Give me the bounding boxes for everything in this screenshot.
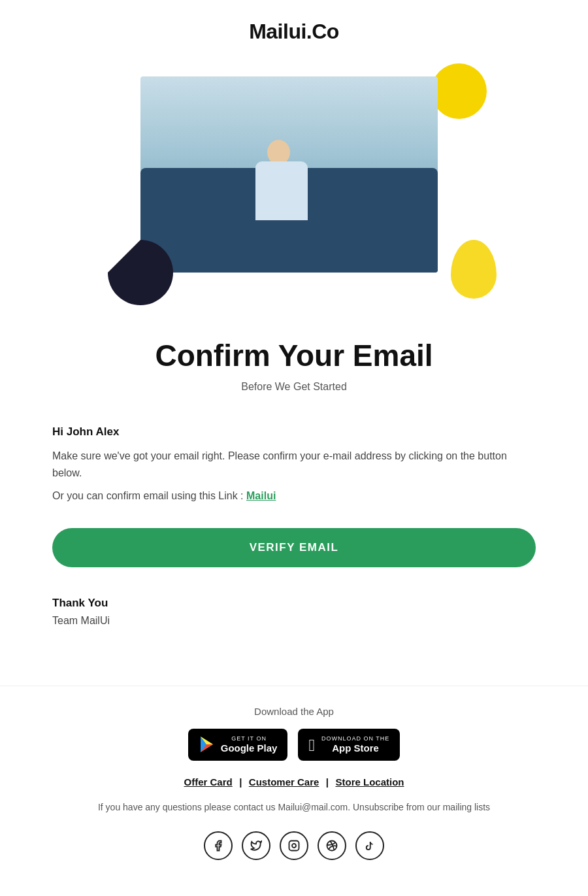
offer-card-link[interactable]: Offer Card <box>184 776 233 788</box>
content-area: Confirm Your Email Before We Get Started… <box>0 338 588 686</box>
google-play-icon <box>199 736 214 754</box>
hero-photo <box>140 76 438 273</box>
thank-you-label: Thank You <box>52 597 536 610</box>
separator-2: | <box>326 776 329 788</box>
deco-dark-bottom <box>108 240 173 305</box>
photo-person <box>242 129 321 220</box>
hero-area <box>0 57 588 312</box>
verify-email-button[interactable]: VERIFY EMAIL <box>52 528 536 567</box>
google-play-text: GET IT ON Google Play <box>221 735 278 754</box>
separator-1: | <box>239 776 242 788</box>
svg-rect-4 <box>289 840 299 850</box>
customer-care-link[interactable]: Customer Care <box>249 776 319 788</box>
tiktok-icon[interactable] <box>355 831 384 860</box>
logo: Mailui.Co <box>0 20 588 44</box>
sub-title: Before We Get Started <box>52 381 536 393</box>
deco-yellow-top <box>431 63 487 119</box>
header: Mailui.Co <box>0 0 588 57</box>
apple-icon:  <box>308 737 315 754</box>
facebook-icon[interactable] <box>204 831 233 860</box>
footer-contact: If you have any questions please contact… <box>52 800 536 816</box>
greeting: Hi John Alex <box>52 425 536 439</box>
main-title: Confirm Your Email <box>52 338 536 373</box>
store-location-link[interactable]: Store Location <box>335 776 404 788</box>
twitter-icon[interactable] <box>242 831 270 860</box>
dribbble-icon[interactable] <box>318 831 346 860</box>
footer: Download the App GET IT ON Google Play <box>0 686 588 886</box>
team-name: Team MailUi <box>52 615 536 627</box>
social-icons <box>52 831 536 860</box>
confirm-link-text: Or you can confirm email using this Link… <box>52 490 536 502</box>
app-buttons: GET IT ON Google Play  Download on the … <box>52 729 536 761</box>
confirm-link-anchor[interactable]: Mailui <box>246 490 276 501</box>
footer-links: Offer Card | Customer Care | Store Locat… <box>52 776 536 788</box>
body-text: Make sure we've got your email right. Pl… <box>52 448 536 481</box>
google-play-button[interactable]: GET IT ON Google Play <box>188 729 288 761</box>
deco-yellow-bottom <box>451 240 497 299</box>
app-store-button[interactable]:  Download on the App Store <box>298 729 400 761</box>
app-store-text: Download on the App Store <box>321 735 389 754</box>
instagram-icon[interactable] <box>280 831 308 860</box>
download-label: Download the App <box>52 706 536 717</box>
